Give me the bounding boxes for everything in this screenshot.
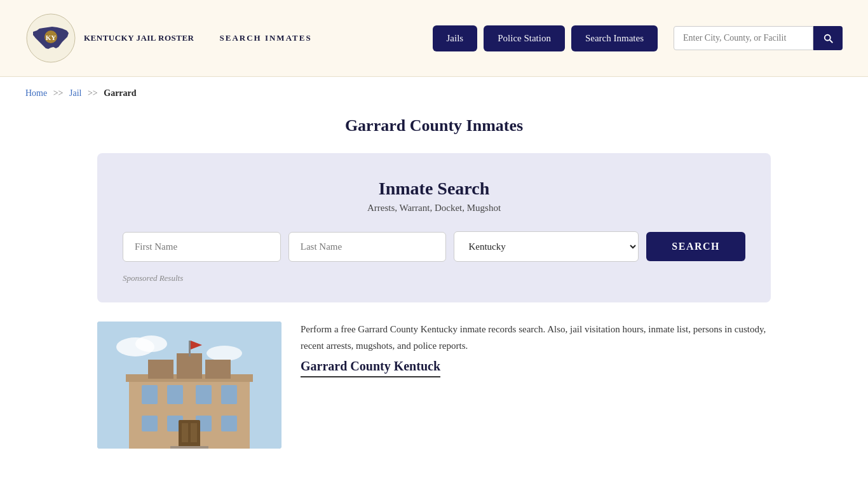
first-name-input[interactable] bbox=[123, 232, 281, 262]
search-form: KentuckyAlabamaAlaskaArizonaArkansasCali… bbox=[123, 231, 745, 262]
search-box-subtitle: Arrests, Warrant, Docket, Mugshot bbox=[123, 203, 745, 214]
svg-rect-11 bbox=[177, 353, 202, 379]
svg-rect-24 bbox=[189, 341, 191, 356]
main-nav: Jails Police Station Search Inmates bbox=[433, 25, 843, 51]
breadcrumb-sep2: >> bbox=[88, 88, 98, 98]
site-title: SEARCH INMATES bbox=[220, 33, 312, 43]
svg-rect-22 bbox=[191, 423, 197, 442]
svg-rect-13 bbox=[167, 385, 183, 404]
breadcrumb-jail-link[interactable]: Jail bbox=[69, 88, 81, 98]
jail-building-svg bbox=[97, 322, 281, 449]
jail-image bbox=[97, 322, 281, 449]
description-area: Perform a free Garrard County Kentucky i… bbox=[301, 322, 771, 377]
main-content: Garrard County Inmates Inmate Search Arr… bbox=[72, 110, 796, 474]
breadcrumb-home-link[interactable]: Home bbox=[25, 88, 47, 98]
page-title: Garrard County Inmates bbox=[97, 116, 771, 135]
header-search-button[interactable] bbox=[813, 26, 843, 50]
search-box-title: Inmate Search bbox=[123, 179, 745, 199]
header-search-input[interactable] bbox=[674, 26, 813, 50]
description-text: Perform a free Garrard County Kentucky i… bbox=[301, 322, 771, 354]
svg-point-6 bbox=[207, 346, 242, 361]
state-select[interactable]: KentuckyAlabamaAlaskaArizonaArkansasCali… bbox=[454, 231, 639, 262]
logo-icon: KY bbox=[25, 13, 76, 64]
search-button[interactable]: SEARCH bbox=[646, 232, 745, 261]
svg-rect-10 bbox=[205, 360, 231, 379]
svg-rect-12 bbox=[142, 385, 158, 404]
header-search-bar bbox=[674, 26, 843, 50]
svg-rect-21 bbox=[182, 423, 188, 442]
breadcrumb-current: Garrard bbox=[104, 88, 136, 98]
breadcrumb-sep1: >> bbox=[53, 88, 64, 98]
bottom-section: Perform a free Garrard County Kentucky i… bbox=[97, 322, 771, 449]
header: KY KENTUCKY JAIL ROSTER SEARCH INMATES J… bbox=[0, 0, 868, 77]
svg-rect-16 bbox=[142, 416, 158, 431]
sponsored-label: Sponsored Results bbox=[123, 273, 745, 283]
svg-rect-15 bbox=[221, 385, 237, 404]
nav-search-inmates-button[interactable]: Search Inmates bbox=[571, 25, 658, 51]
svg-rect-19 bbox=[221, 416, 237, 431]
nav-police-station-button[interactable]: Police Station bbox=[484, 25, 565, 51]
nav-jails-button[interactable]: Jails bbox=[433, 25, 478, 51]
last-name-input[interactable] bbox=[288, 232, 447, 262]
breadcrumb: Home >> Jail >> Garrard bbox=[0, 77, 868, 110]
svg-rect-23 bbox=[170, 446, 208, 449]
svg-rect-9 bbox=[148, 360, 173, 379]
search-icon bbox=[822, 32, 834, 44]
county-subtitle: Garrard County Kentuck bbox=[301, 359, 440, 377]
svg-point-5 bbox=[135, 336, 167, 352]
logo-text: KENTUCKY JAIL ROSTER bbox=[84, 32, 194, 44]
svg-rect-14 bbox=[196, 385, 212, 404]
logo-link[interactable]: KY KENTUCKY JAIL ROSTER bbox=[25, 13, 194, 64]
inmate-search-box: Inmate Search Arrests, Warrant, Docket, … bbox=[97, 153, 771, 302]
svg-text:KY: KY bbox=[46, 34, 57, 41]
